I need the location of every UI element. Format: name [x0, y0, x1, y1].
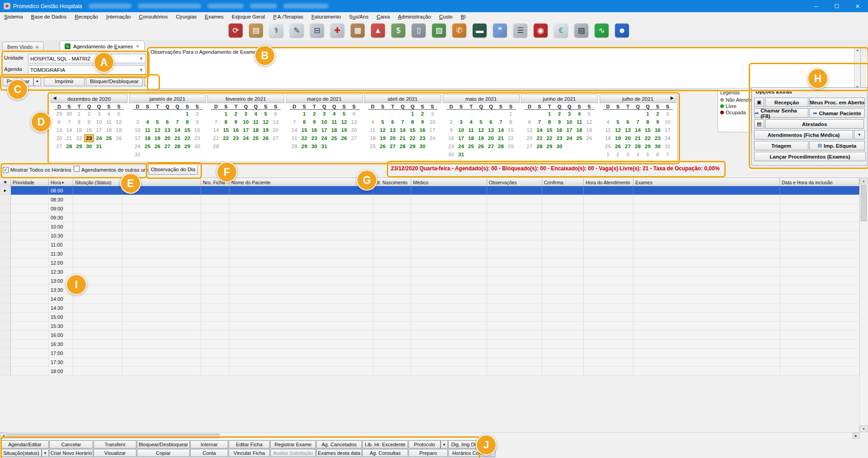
schedule-row-10-00[interactable]: 10:00 [0, 222, 859, 231]
calendar-day[interactable]: 1 [506, 110, 516, 118]
calendar-day[interactable]: 27 [163, 142, 173, 150]
calendar-day[interactable]: 4 [329, 110, 339, 118]
calendar-day[interactable]: 5 [339, 110, 349, 118]
column-header-situa-o-status-[interactable]: Situação (Status) [73, 178, 122, 187]
menu-item-exames[interactable]: Exames [201, 14, 228, 19]
calendar-day[interactable]: 18 [329, 126, 339, 134]
calendar-day[interactable]: 16 [192, 126, 202, 134]
dropdown-button[interactable]: ▼ [42, 449, 49, 457]
calendar-day[interactable]: 7 [633, 118, 643, 126]
dropdown-button[interactable]: ▼ [441, 440, 448, 449]
dropdown-button[interactable]: ▼ [488, 440, 495, 449]
calendar-day[interactable]: 8 [506, 118, 516, 126]
calendar-day[interactable]: 1 [221, 110, 231, 118]
calendar-day[interactable]: 9 [418, 118, 427, 126]
calendar-day[interactable]: 20 [623, 134, 633, 142]
schedule-row-08-30[interactable]: 08:30 [0, 195, 859, 204]
calendar-day[interactable]: 12 [476, 126, 486, 134]
calendar-day[interactable]: 11 [104, 118, 114, 126]
calendar-day[interactable]: 17 [94, 126, 104, 134]
calendar-day[interactable]: 19 [153, 134, 163, 142]
calendar-day[interactable]: 13 [163, 126, 173, 134]
calendar-day[interactable]: 12 [114, 118, 124, 126]
schedule-row-16-00[interactable]: 16:00 [0, 331, 859, 340]
calendar-day[interactable]: 23 [310, 134, 319, 142]
bloquear-desbloquear-button[interactable]: Bloquer/Desbloquear [86, 76, 143, 86]
extras-button-atendimentos-ficha-m-dica-[interactable]: Atendimentos (Ficha Médica) [754, 130, 853, 140]
checkbox-checked-icon[interactable]: ✓ [3, 167, 9, 173]
calendar-day[interactable]: 29 [54, 110, 64, 118]
calendar-day[interactable]: 8 [544, 118, 554, 126]
finance-icon[interactable]: $ [391, 23, 405, 37]
calendar-day[interactable]: 29 [74, 142, 84, 150]
menu-item-interna-o[interactable]: Internação [102, 14, 135, 19]
calendar-day[interactable]: 24 [133, 142, 143, 150]
bottom-button-dig-img-dicom[interactable]: Dig. Img Dicom [448, 440, 488, 449]
calendar-day[interactable]: 10 [456, 126, 466, 134]
menu-item-p-a-terapias[interactable]: P.A./Terapias [269, 14, 307, 19]
calendar-day[interactable]: 2 [84, 110, 94, 118]
column-header-nro-ficha[interactable]: Nro. Ficha [201, 178, 230, 187]
calendar-day[interactable]: 6 [163, 118, 173, 126]
calendar-day[interactable]: 14 [211, 126, 221, 134]
calendar-day[interactable]: 24 [456, 142, 466, 150]
ambulance-icon[interactable]: ✚ [330, 23, 344, 37]
calendar-day[interactable]: 7 [211, 118, 221, 126]
calendar-day[interactable]: 21 [633, 134, 643, 142]
e-invoice-icon[interactable]: € [554, 23, 568, 37]
calendar-day[interactable]: 12 [261, 118, 271, 126]
calendar-day[interactable]: 23 [192, 134, 202, 142]
pesquisar-button[interactable]: Pesquisar [3, 76, 33, 86]
calendar-day[interactable]: 18 [368, 134, 378, 142]
calendar-day[interactable]: 26 [378, 142, 388, 150]
calendar-day[interactable]: 12 [613, 126, 623, 134]
calendar-day[interactable]: 6 [271, 110, 281, 118]
calendar-day[interactable]: 3 [663, 110, 673, 118]
maximize-button[interactable]: ☐ [826, 0, 847, 12]
bottom-button-protocolo[interactable]: Protocolo [408, 440, 441, 449]
reports-icon[interactable]: ▧ [432, 23, 446, 37]
calendar-day[interactable]: 10 [94, 118, 104, 126]
calendar-day[interactable]: 14 [496, 126, 506, 134]
calendar-day[interactable]: 18 [143, 134, 153, 142]
calendar-day[interactable]: 25 [603, 142, 613, 150]
calendar-day[interactable]: 26 [584, 134, 594, 142]
calendar-day[interactable]: 6 [653, 150, 663, 159]
calendar-day[interactable]: 18 [251, 126, 261, 134]
doctor-icon[interactable]: ⚕ [269, 23, 283, 37]
calendar-day[interactable]: 20 [388, 134, 398, 142]
calendar-day[interactable]: 9 [310, 118, 319, 126]
calendar-day[interactable]: 19 [613, 134, 623, 142]
calendar-day[interactable]: 29 [506, 142, 516, 150]
calendar-day[interactable]: 26 [114, 134, 124, 142]
schedule-row-12-00[interactable]: 12:00 [0, 258, 859, 267]
calendar-day[interactable]: 28 [535, 142, 544, 150]
tab-agendamento-exames[interactable]: ∿ Agendamento de Exames ✕ [60, 40, 145, 52]
schedule-row-15-30[interactable]: 15:30 [0, 322, 859, 331]
calendar-day[interactable]: 7 [64, 118, 74, 126]
calendar-day[interactable]: 21 [535, 134, 544, 142]
calendar-day[interactable]: 11 [329, 118, 339, 126]
calendar-day[interactable]: 24 [663, 134, 673, 142]
calendar-day[interactable]: 13 [486, 126, 496, 134]
calendar-day[interactable]: 26 [261, 134, 271, 142]
phonebook-icon[interactable]: ✆ [452, 23, 466, 37]
extras-button-meus-proc-em-aberto[interactable]: Meus Proc. em Aberto [809, 98, 865, 107]
calendar-day[interactable]: 23 [446, 142, 456, 150]
calendar-day[interactable]: 7 [663, 150, 673, 159]
calendar-day[interactable]: 2 [613, 150, 623, 159]
calendar-day[interactable]: 21 [64, 134, 74, 142]
extras-button-triagem[interactable]: Triagem [754, 141, 808, 150]
menu-item-administra-o[interactable]: Administração [394, 14, 435, 19]
calendar-day[interactable]: 30 [554, 142, 564, 150]
calendar-day[interactable]: 23 [231, 134, 241, 142]
close-tab-icon[interactable]: ✕ [136, 44, 139, 49]
column-header-exames[interactable]: Exames [633, 178, 780, 187]
menu-item-cirurgias[interactable]: Cirurgias [172, 14, 201, 19]
calendar-day[interactable]: 1 [544, 110, 554, 118]
calendar-day[interactable]: 19 [584, 126, 594, 134]
schedule-row-08-00[interactable]: ▸08:00 [0, 186, 859, 195]
agenda-combobox[interactable]: TOMOGRAFIA ▼ [28, 65, 145, 75]
checkbox-unchecked-icon[interactable] [74, 166, 80, 172]
bottom-button-hor-rios-confirm-[interactable]: Horários Confirm. [448, 449, 495, 457]
